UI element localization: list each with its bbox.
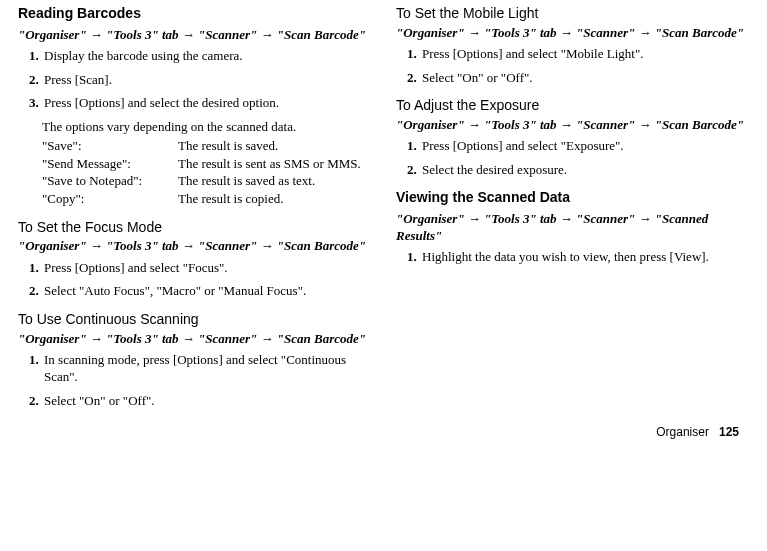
footer-page-number: 125 xyxy=(719,425,739,439)
step-item: Press [Options] and select "Exposure". xyxy=(420,137,748,155)
heading-reading-barcodes: Reading Barcodes xyxy=(18,4,370,23)
step-item: Select "Auto Focus", "Macro" or "Manual … xyxy=(42,282,370,300)
heading-continuous-scanning: To Use Continuous Scanning xyxy=(18,310,370,329)
option-desc: The result is sent as SMS or MMS. xyxy=(178,155,367,173)
option-desc: The result is saved as text. xyxy=(178,172,367,190)
steps-reading: Display the barcode using the camera. Pr… xyxy=(18,47,370,112)
option-label: "Save": xyxy=(42,137,178,155)
heading-exposure: To Adjust the Exposure xyxy=(396,96,748,115)
steps-continuous: In scanning mode, press [Options] and se… xyxy=(18,351,370,410)
option-label: "Copy": xyxy=(42,190,178,208)
option-row: "Copy": The result is copied. xyxy=(42,190,367,208)
option-desc: The result is saved. xyxy=(178,137,367,155)
option-row: "Save": The result is saved. xyxy=(42,137,367,155)
nav-path: "Organiser" → "Tools 3" tab → "Scanner" … xyxy=(396,117,748,133)
nav-path: "Organiser" → "Tools 3" tab → "Scanner" … xyxy=(18,238,370,254)
step-item: Select "On" or "Off". xyxy=(42,392,370,410)
step-item: Press [Scan]. xyxy=(42,71,370,89)
nav-path: "Organiser" → "Tools 3" tab → "Scanner" … xyxy=(396,211,748,244)
option-row: "Send Message": The result is sent as SM… xyxy=(42,155,367,173)
steps-view: Highlight the data you wish to view, the… xyxy=(396,248,748,266)
footer-section: Organiser xyxy=(656,425,709,439)
heading-focus-mode: To Set the Focus Mode xyxy=(18,218,370,237)
heading-viewing-data: Viewing the Scanned Data xyxy=(396,188,748,207)
left-column: Reading Barcodes "Organiser" → "Tools 3"… xyxy=(18,4,370,416)
nav-path: "Organiser" → "Tools 3" tab → "Scanner" … xyxy=(18,27,370,43)
step-item: In scanning mode, press [Options] and se… xyxy=(42,351,370,386)
step-item: Press [Options] and select the desired o… xyxy=(42,94,370,112)
option-label: "Send Message": xyxy=(42,155,178,173)
option-row: "Save to Notepad": The result is saved a… xyxy=(42,172,367,190)
step-item: Press [Options] and select "Focus". xyxy=(42,259,370,277)
nav-path: "Organiser" → "Tools 3" tab → "Scanner" … xyxy=(18,331,370,347)
steps-light: Press [Options] and select "Mobile Light… xyxy=(396,45,748,86)
options-table: "Save": The result is saved. "Send Messa… xyxy=(42,137,367,207)
step-item: Select "On" or "Off". xyxy=(420,69,748,87)
step-item: Display the barcode using the camera. xyxy=(42,47,370,65)
right-column: To Set the Mobile Light "Organiser" → "T… xyxy=(396,4,748,416)
page-content: Reading Barcodes "Organiser" → "Tools 3"… xyxy=(0,0,767,416)
step-item: Highlight the data you wish to view, the… xyxy=(420,248,748,266)
page-footer: Organiser 125 xyxy=(0,416,767,440)
step-item: Press [Options] and select "Mobile Light… xyxy=(420,45,748,63)
heading-mobile-light: To Set the Mobile Light xyxy=(396,4,748,23)
option-desc: The result is copied. xyxy=(178,190,367,208)
option-label: "Save to Notepad": xyxy=(42,172,178,190)
options-intro: The options vary depending on the scanne… xyxy=(42,118,370,136)
steps-exposure: Press [Options] and select "Exposure". S… xyxy=(396,137,748,178)
nav-path: "Organiser" → "Tools 3" tab → "Scanner" … xyxy=(396,25,748,41)
step-item: Select the desired exposure. xyxy=(420,161,748,179)
steps-focus: Press [Options] and select "Focus". Sele… xyxy=(18,259,370,300)
